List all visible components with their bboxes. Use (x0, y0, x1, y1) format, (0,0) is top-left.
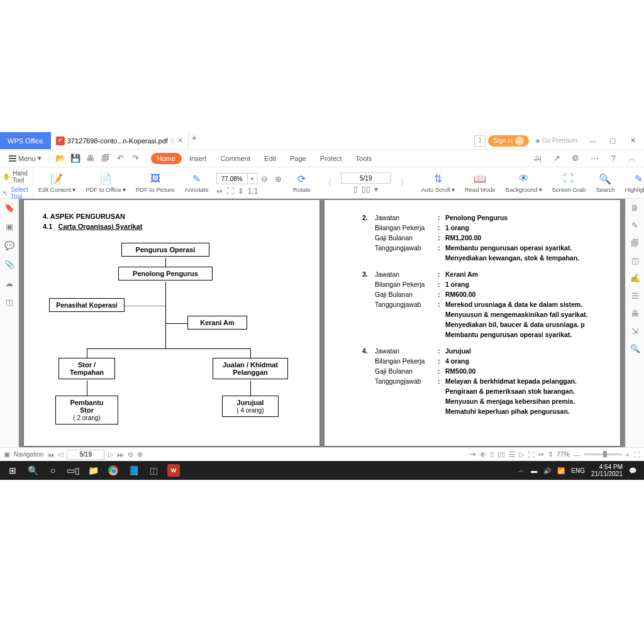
fit-icon[interactable]: ⛶ (528, 451, 535, 458)
import-icon[interactable]: ⇥ (470, 450, 475, 458)
zoom-in-status-icon[interactable]: ⊕ (137, 450, 143, 458)
fit-page-icon[interactable]: ⛶ (226, 187, 234, 196)
fit-width-icon[interactable]: ⇔ (216, 187, 223, 196)
new-file-icon[interactable]: 🗎 (630, 203, 640, 213)
help-icon[interactable]: ? (606, 152, 620, 165)
actual-size-icon[interactable]: 1:1 (248, 187, 258, 196)
page-input[interactable] (341, 172, 391, 184)
doc-icon-button[interactable]: 1 (474, 135, 486, 147)
continuous-view-icon[interactable]: ☰ (509, 450, 515, 458)
sign-icon[interactable]: ✍ (630, 273, 640, 283)
app-1-icon[interactable]: 📘 (123, 461, 143, 480)
new-tab-button[interactable]: + (189, 132, 200, 143)
edit-content-button[interactable]: 📝Edit Content ▾ (33, 167, 80, 198)
save-icon[interactable]: 💾 (69, 152, 82, 165)
tab-page[interactable]: Page (284, 153, 313, 164)
redo-icon[interactable]: ↷ (129, 152, 143, 165)
annotate-button[interactable]: ✎Annotate (180, 167, 214, 198)
app-2-icon[interactable]: ◫ (143, 461, 164, 480)
zoom-out-icon[interactable]: ⊖ (258, 172, 272, 186)
export-icon[interactable]: ⇲ (630, 326, 640, 336)
wifi-icon[interactable]: 📶 (557, 467, 565, 474)
print-preview-icon[interactable]: 🗐 (99, 152, 113, 165)
search-rail-icon[interactable]: 🔍 (630, 343, 640, 353)
zoom-dropdown[interactable]: ▾ (248, 173, 258, 184)
zoom-input[interactable] (216, 173, 248, 184)
search-task-icon[interactable]: 🔍 (23, 461, 43, 480)
pdf-to-picture-button[interactable]: 🖼PDF to Picture (131, 167, 180, 198)
maximize-button[interactable]: ▢ (604, 134, 621, 148)
language-indicator[interactable]: ENG (571, 467, 585, 474)
zoom-out-status-icon[interactable]: ⊖ (128, 450, 133, 458)
zoom-in-icon[interactable]: ⊕ (272, 172, 286, 186)
zoom-plus-icon[interactable]: + (626, 451, 630, 458)
comments-rail-icon[interactable]: 💬 (4, 240, 14, 250)
battery-icon[interactable]: ▬ (531, 467, 537, 474)
height-icon[interactable]: ⇕ (548, 450, 553, 458)
share-icon[interactable]: ௮ (531, 152, 545, 165)
chrome-icon[interactable] (103, 461, 123, 480)
cortana-icon[interactable]: ○ (43, 461, 63, 480)
tab-pin-icon[interactable]: ⎘ (170, 137, 175, 145)
volume-icon[interactable]: 🔊 (543, 467, 551, 474)
go-premium-button[interactable]: ◆Go Premium (531, 137, 581, 144)
minimize-button[interactable]: — (584, 134, 601, 148)
close-button[interactable]: ✕ (624, 134, 641, 148)
zoom-slider[interactable] (584, 453, 622, 455)
document-tab[interactable]: P 37127698-conto...n-Koperasi.pdf ⎘ ✕ (51, 132, 189, 149)
zoom-minus-icon[interactable]: — (574, 451, 580, 458)
tray-up-icon[interactable]: ︿ (518, 466, 525, 475)
tab-edit[interactable]: Edit (258, 153, 282, 164)
clock[interactable]: 4:54 PM 21/11/2021 (591, 464, 623, 477)
play-icon[interactable]: ▷ (519, 450, 524, 458)
fit-height-icon[interactable]: ⇕ (238, 187, 244, 196)
fullscreen-icon[interactable]: ⛶ (633, 451, 640, 458)
pdf-to-office-button[interactable]: 📄PDF to Office ▾ (80, 167, 131, 198)
navigation-label[interactable]: Navigation (14, 451, 43, 458)
tab-home[interactable]: Home (151, 153, 182, 164)
crop-icon[interactable]: ◫ (630, 255, 640, 265)
document-page-left[interactable]: 4. ASPEK PENGURUSAN 4.1 Carta Organisasi… (24, 200, 319, 446)
tools-icon[interactable]: ◫ (4, 297, 14, 307)
hand-tool[interactable]: Hand Tool (3, 169, 30, 185)
width-icon[interactable]: ⇔ (538, 450, 544, 458)
open-icon[interactable]: 📂 (53, 152, 67, 165)
status-page-input[interactable] (67, 450, 104, 460)
start-button[interactable]: ⊞ (3, 461, 23, 480)
cloud-icon[interactable]: ☁ (4, 278, 14, 288)
prev-page-icon[interactable]: ◁ (58, 450, 63, 458)
next-page-icon[interactable]: ▷ (108, 450, 113, 458)
next-page-button[interactable]: 〉 (396, 177, 413, 189)
outline-icon[interactable]: ☰ (630, 291, 640, 301)
file-explorer-icon[interactable]: 📁 (83, 461, 103, 480)
prev-page-button[interactable]: 〈 (319, 177, 336, 189)
highlight-button[interactable]: ✎Highlight ▾ (620, 167, 644, 198)
task-view-icon[interactable]: ▭▯ (63, 461, 83, 480)
first-page-icon[interactable]: ⏮ (47, 451, 54, 458)
wps-logo[interactable]: WPS Office (0, 132, 51, 149)
print-icon[interactable]: 🖶 (84, 152, 97, 165)
comments-icon[interactable]: ⋯ (587, 152, 601, 165)
convert-icon[interactable]: 🗐 (630, 238, 640, 248)
thumbnails-icon[interactable]: ▣ (4, 221, 14, 231)
tab-insert[interactable]: Insert (183, 153, 213, 164)
auto-scroll-button[interactable]: ⇅Auto Scroll ▾ (416, 167, 460, 198)
double-view-icon[interactable]: ▯▯ (497, 450, 505, 458)
last-page-icon[interactable]: ⏭ (117, 451, 124, 458)
single-page-icon[interactable]: ▯ (353, 185, 358, 194)
collapse-ribbon-icon[interactable]: ︿ (625, 152, 639, 165)
screen-grab-button[interactable]: ⛶Screen Grab (547, 167, 591, 198)
wps-task-icon[interactable]: W (164, 461, 184, 480)
menu-button[interactable]: Menu ▾ (5, 152, 45, 164)
two-page-icon[interactable]: ▯▯ (362, 185, 370, 194)
notification-icon[interactable]: 💬 (629, 467, 636, 474)
eye-icon[interactable]: 👁 (479, 451, 486, 458)
tab-close-icon[interactable]: ✕ (177, 136, 183, 145)
background-button[interactable]: 👁Background ▾ (501, 167, 547, 198)
single-view-icon[interactable]: ▯ (490, 450, 494, 458)
search-button[interactable]: 🔍Search (591, 167, 619, 198)
rotate-button[interactable]: ⟳Rotate (288, 167, 316, 198)
read-mode-button[interactable]: 📖Read Mode (460, 167, 501, 198)
tab-tools[interactable]: Tools (350, 153, 379, 164)
tab-comment[interactable]: Comment (214, 153, 257, 164)
